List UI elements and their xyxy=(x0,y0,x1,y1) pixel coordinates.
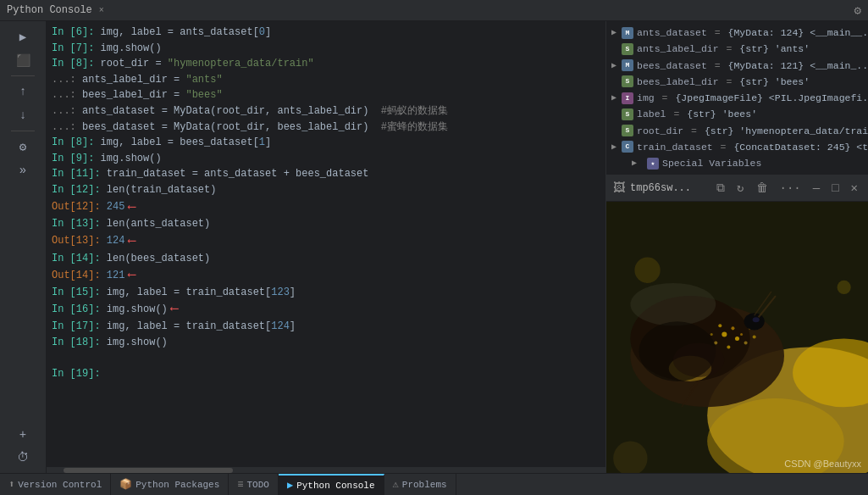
svg-point-11 xyxy=(727,346,730,349)
svg-point-25 xyxy=(634,258,660,283)
console-out-14: Out[14]: 121 ⟵ xyxy=(52,266,600,285)
python-packages-icon: 📦 xyxy=(119,478,132,491)
var-row-img[interactable]: ▶ I img = {JpegImageFile} <PIL.JpegImage… xyxy=(606,90,868,106)
svg-point-17 xyxy=(753,336,756,339)
console-line-17: In [17]: img, label = train_dataset[124] xyxy=(52,319,600,335)
gear-icon[interactable]: ⚙ xyxy=(854,3,861,18)
var-type-icon: S xyxy=(622,75,633,87)
app-title: Python Console xyxy=(7,4,92,16)
arrow-12: ⟵ xyxy=(128,198,135,217)
svg-point-15 xyxy=(710,333,713,336)
console-line-12: In [12]: len(train_dataset) xyxy=(52,182,600,198)
status-tab-python-console[interactable]: ▶ Python Console xyxy=(279,474,384,495)
arrow-14: ⟵ xyxy=(128,266,135,285)
console-line-7: In [7]: img.show() xyxy=(52,41,600,57)
var-row-ants-dataset[interactable]: ▶ M ants_dataset = {MyData: 124} <__main… xyxy=(606,25,868,41)
more-icon[interactable]: ··· xyxy=(777,180,804,197)
svg-point-19 xyxy=(753,317,760,322)
var-type-icon: M xyxy=(622,59,633,71)
image-viewer-titlebar: 🖼 tmp66sw... ⧉ ↻ 🗑 ··· — □ ✕ xyxy=(606,175,868,202)
delete-icon[interactable]: 🗑 xyxy=(753,180,771,197)
var-type-icon: S xyxy=(622,108,633,120)
title-bar: Python Console × ⚙ xyxy=(0,0,868,21)
svg-point-12 xyxy=(740,333,743,336)
clock-icon[interactable]: ⏱ xyxy=(10,447,36,469)
scrollbar-thumb[interactable] xyxy=(64,468,233,473)
console-line-16: In [16]: img.show() ⟵ xyxy=(52,300,600,319)
horizontal-scrollbar[interactable] xyxy=(47,466,605,473)
svg-point-6 xyxy=(630,283,716,325)
close-icon[interactable]: × xyxy=(99,6,104,15)
var-type-icon: S xyxy=(622,125,633,136)
console-line-19: In [19]: xyxy=(52,366,600,382)
problems-icon: ⚠ xyxy=(393,478,399,491)
svg-point-8 xyxy=(731,327,734,331)
todo-label: TODO xyxy=(247,480,269,490)
svg-point-7 xyxy=(721,332,727,337)
more-icon[interactable]: » xyxy=(10,159,36,181)
watermark: CSDN @Beautyxx xyxy=(784,459,861,469)
svg-point-27 xyxy=(838,281,851,294)
right-panel: ▶ M ants_dataset = {MyData: 124} <__main… xyxy=(605,21,868,473)
var-row-special[interactable]: ▶ ★ Special Variables xyxy=(606,155,868,171)
console-out-12: Out[12]: 245 ⟵ xyxy=(52,198,600,217)
status-tab-problems[interactable]: ⚠ Problems xyxy=(384,474,456,495)
var-row-bees-label[interactable]: S bees_label_dir = {str} 'bees' xyxy=(606,74,868,90)
var-row-train-dataset[interactable]: ▶ C train_dataset = {ConcatDataset: 245}… xyxy=(606,139,868,155)
python-packages-label: Python Packages xyxy=(135,480,219,490)
minimize-icon[interactable]: — xyxy=(810,180,823,197)
divider-1 xyxy=(11,75,35,76)
variable-list: ▶ M ants_dataset = {MyData: 124} <__main… xyxy=(606,21,868,175)
status-tab-python-packages[interactable]: 📦 Python Packages xyxy=(111,474,229,495)
nav-down-icon[interactable]: ↓ xyxy=(10,104,36,126)
console-line-cont3: ...: ants_dataset = MyData(root_dir, ant… xyxy=(52,103,600,120)
left-sidebar: ▶ ⬛ ↑ ↓ ⚙ » + ⏱ xyxy=(0,21,47,473)
version-control-icon: ⬆ xyxy=(8,478,14,491)
var-row-ants-label[interactable]: S ants_label_dir = {str} 'ants' xyxy=(606,41,868,57)
console-line-11: In [11]: train_dataset = ants_dataset + … xyxy=(52,166,600,182)
image-content: CSDN @Beautyxx xyxy=(606,202,868,473)
expand-icon: ▶ xyxy=(611,26,622,39)
console-line-15: In [15]: img, label = train_dataset[123] xyxy=(52,285,600,301)
image-viewer: 🖼 tmp66sw... ⧉ ↻ 🗑 ··· — □ ✕ xyxy=(606,175,868,473)
expand-icon: ▶ xyxy=(611,92,622,104)
console-content[interactable]: In [6]: img, label = ants_dataset[0] In … xyxy=(47,21,605,466)
svg-point-13 xyxy=(718,325,721,328)
console-line-14: In [14]: len(bees_dataset) xyxy=(52,251,600,267)
nav-up-icon[interactable]: ↑ xyxy=(10,81,36,103)
var-row-label[interactable]: S label = {str} 'bees' xyxy=(606,106,868,122)
console-line-18: In [18]: img.show() xyxy=(52,335,600,351)
var-type-icon: ★ xyxy=(647,158,659,170)
arrow-16: ⟵ xyxy=(171,300,178,319)
status-tab-todo[interactable]: ≡ TODO xyxy=(229,474,279,495)
var-row-bees-dataset[interactable]: ▶ M bees_dataset = {MyData: 121} <__main… xyxy=(606,58,868,74)
refresh-icon[interactable]: ↻ xyxy=(733,179,747,197)
special-expand-icon: ▶ xyxy=(632,157,644,170)
arrow-13: ⟵ xyxy=(128,232,135,251)
console-line-cont2: ...: bees_label_dir = "bees" xyxy=(52,87,600,103)
var-row-root-dir[interactable]: S root_dir = {str} 'hymenoptera_data/tra… xyxy=(606,123,868,139)
console-line-8a: In [8]: root_dir = "hymenoptera_data/tra… xyxy=(52,56,600,72)
console-line-cont4: ...: bees_dataset = MyData(root_dir, bee… xyxy=(52,120,600,136)
settings-icon[interactable]: ⚙ xyxy=(10,136,36,158)
console-line-6: In [6]: img, label = ants_dataset[0] xyxy=(52,25,600,41)
var-type-icon: M xyxy=(622,27,633,39)
bee-image-svg xyxy=(606,202,868,473)
main-area: ▶ ⬛ ↑ ↓ ⚙ » + ⏱ In [6]: img, label = ant… xyxy=(0,21,868,473)
add-icon[interactable]: + xyxy=(10,424,36,446)
rerun-icon[interactable]: ▶ xyxy=(10,25,36,47)
status-tab-version-control[interactable]: ⬆ Version Control xyxy=(0,474,111,495)
close-viewer-icon[interactable]: ✕ xyxy=(848,179,861,197)
expand-icon: ▶ xyxy=(611,59,622,72)
var-type-icon: I xyxy=(622,92,633,104)
problems-label: Problems xyxy=(402,480,447,490)
maximize-icon[interactable]: □ xyxy=(828,180,842,197)
console-line-cont1: ...: ants_label_dir = "ants" xyxy=(52,72,600,88)
console-line-9: In [9]: img.show() xyxy=(52,151,600,167)
image-viewer-title: tmp66sw... xyxy=(630,182,713,194)
copy-icon[interactable]: ⧉ xyxy=(713,180,728,197)
divider-2 xyxy=(11,131,35,131)
version-control-label: Version Control xyxy=(18,480,102,490)
stop-icon[interactable]: ⬛ xyxy=(10,49,36,71)
console-out-13: Out[13]: 124 ⟵ xyxy=(52,232,600,251)
